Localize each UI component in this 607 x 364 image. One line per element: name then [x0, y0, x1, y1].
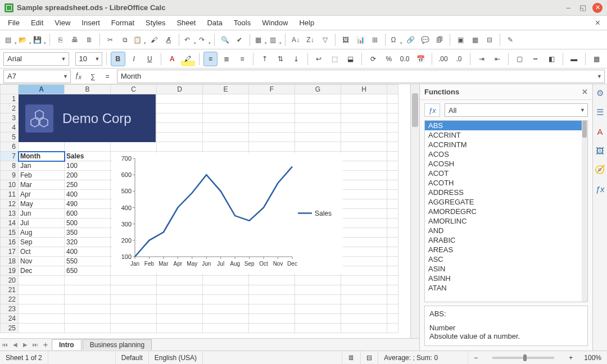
- sales-chart[interactable]: 100200300400500600700JanFebMarAprMayJunJ…: [112, 153, 343, 274]
- underline-button[interactable]: U: [143, 52, 157, 66]
- wrap-text-button[interactable]: ↩: [312, 52, 326, 66]
- vertical-scrollbar[interactable]: [410, 84, 419, 338]
- maximize-button[interactable]: ◱: [578, 3, 588, 13]
- function-item[interactable]: ASIN: [425, 264, 587, 274]
- minimize-button[interactable]: –: [563, 3, 573, 13]
- tab-first-button[interactable]: ⏮: [0, 342, 10, 348]
- print-preview-icon[interactable]: 🗎: [83, 33, 96, 47]
- bold-button[interactable]: B: [111, 52, 125, 66]
- function-item[interactable]: AMORLINC: [425, 216, 587, 226]
- decrease-indent-button[interactable]: ⇤: [490, 52, 504, 66]
- draw-functions-icon[interactable]: ✎: [504, 33, 517, 47]
- increase-indent-button[interactable]: ⇥: [474, 52, 488, 66]
- cell-bg-button[interactable]: ▬: [567, 52, 581, 66]
- function-item[interactable]: AND: [425, 226, 587, 235]
- function-item[interactable]: ACOTH: [425, 178, 587, 188]
- function-list[interactable]: ABSACCRINTACCRINTMACOSACOSHACOTACOTHADDR…: [424, 120, 588, 302]
- menu-data[interactable]: Data: [201, 16, 228, 29]
- pivot-icon[interactable]: ⊞: [368, 33, 382, 47]
- remove-decimal-button[interactable]: .0: [452, 52, 466, 66]
- function-category-select[interactable]: All▼: [445, 103, 588, 117]
- redo-icon[interactable]: ↷: [197, 33, 211, 47]
- navigator-panel-icon[interactable]: 🧭: [595, 164, 606, 175]
- function-item[interactable]: ARABIC: [425, 235, 587, 245]
- function-item[interactable]: AGGREGATE: [425, 197, 587, 207]
- tab-next-button[interactable]: ▶: [20, 342, 30, 348]
- menu-view[interactable]: View: [49, 16, 76, 29]
- function-item[interactable]: ABS: [425, 121, 587, 130]
- unmerge-button[interactable]: ⬓: [343, 52, 357, 66]
- menu-insert[interactable]: Insert: [76, 16, 106, 29]
- spellcheck-icon[interactable]: ✔: [233, 33, 246, 47]
- insert-chart-icon[interactable]: 📊: [354, 33, 367, 47]
- font-color-button[interactable]: A: [165, 52, 179, 66]
- align-bottom-button[interactable]: ⤓: [289, 52, 304, 66]
- function-item[interactable]: ADDRESS: [425, 188, 587, 197]
- add-decimal-button[interactable]: .00: [436, 52, 450, 66]
- define-print-area-icon[interactable]: ▣: [454, 33, 467, 47]
- sum-button[interactable]: ∑: [85, 72, 100, 80]
- zoom-out-button[interactable]: −: [468, 351, 483, 364]
- tab-business-planning[interactable]: Business planning: [83, 339, 152, 350]
- split-window-icon[interactable]: ⊟: [483, 33, 496, 47]
- font-size-combo[interactable]: 10▼: [75, 52, 103, 66]
- special-char-icon[interactable]: Ω: [389, 33, 402, 47]
- date-button[interactable]: 📅: [414, 52, 428, 66]
- equals-button[interactable]: =: [100, 72, 115, 80]
- align-middle-button[interactable]: ⇅: [274, 52, 288, 66]
- spreadsheet-grid[interactable]: ABCDEFGH1234567MonthSales8Jan1009Feb2001…: [0, 84, 419, 338]
- copy-icon[interactable]: ⧉: [118, 33, 132, 47]
- sidebar-settings-icon[interactable]: ⚙: [595, 88, 606, 99]
- function-item[interactable]: AREAS: [425, 245, 587, 254]
- clear-format-icon[interactable]: A̸: [162, 33, 175, 47]
- function-item[interactable]: ACOSH: [425, 159, 587, 169]
- add-sheet-button[interactable]: ＋: [40, 340, 51, 350]
- status-signature-icon[interactable]: 🗏: [342, 351, 361, 364]
- properties-panel-icon[interactable]: ☰: [595, 107, 606, 118]
- status-selection-mode-icon[interactable]: ⊟: [361, 351, 378, 364]
- menu-file[interactable]: File: [2, 16, 25, 29]
- function-item[interactable]: ASC: [425, 254, 587, 264]
- border-color-button[interactable]: ◧: [545, 52, 559, 66]
- borders-button[interactable]: ▢: [513, 52, 527, 66]
- sort-desc-icon[interactable]: Z↓: [304, 33, 317, 47]
- highlight-color-button[interactable]: 🖍: [181, 52, 195, 66]
- autofilter-icon[interactable]: ▽: [318, 33, 332, 47]
- undo-icon[interactable]: ↶: [183, 33, 196, 47]
- font-name-combo[interactable]: Arial▼: [3, 52, 69, 66]
- functions-panel-close[interactable]: ✕: [582, 88, 588, 96]
- conditional-format-button[interactable]: ▦: [590, 52, 604, 66]
- align-left-button[interactable]: ≡: [203, 52, 218, 66]
- status-lang[interactable]: English (USA): [149, 351, 203, 364]
- menu-edit[interactable]: Edit: [25, 16, 49, 29]
- function-item[interactable]: ACOT: [425, 169, 587, 178]
- new-icon[interactable]: ▤: [3, 33, 17, 47]
- export-pdf-icon[interactable]: ⎘: [53, 33, 67, 47]
- align-center-button[interactable]: ≣: [219, 52, 233, 66]
- tab-intro[interactable]: Intro: [52, 339, 81, 350]
- menu-help[interactable]: Help: [293, 16, 320, 29]
- freeze-icon[interactable]: ▦: [468, 33, 482, 47]
- function-item[interactable]: ASINH: [425, 274, 587, 283]
- italic-button[interactable]: I: [127, 52, 141, 66]
- align-right-button[interactable]: ≡: [235, 52, 249, 66]
- zoom-level[interactable]: 100%: [578, 351, 607, 364]
- insert-function-button[interactable]: ƒx: [424, 103, 440, 117]
- menu-format[interactable]: Format: [106, 16, 140, 29]
- functions-panel-icon[interactable]: ƒx: [595, 183, 606, 194]
- status-summary[interactable]: Average: ; Sum: 0: [378, 351, 468, 364]
- insert-image-icon[interactable]: 🖼: [339, 33, 352, 47]
- merge-cells-button[interactable]: ⬚: [328, 52, 342, 66]
- open-icon[interactable]: 📂: [18, 33, 31, 47]
- headers-footers-icon[interactable]: 🗐: [433, 33, 446, 47]
- find-icon[interactable]: 🔍: [218, 33, 232, 47]
- status-sheet[interactable]: Sheet 1 of 2: [0, 351, 48, 364]
- tab-prev-button[interactable]: ◀: [10, 342, 20, 348]
- function-item[interactable]: ACCRINTM: [425, 140, 587, 149]
- menu-tools[interactable]: Tools: [228, 16, 256, 29]
- border-style-button[interactable]: ┅: [528, 52, 542, 66]
- paste-icon[interactable]: 📋: [133, 33, 146, 47]
- save-icon[interactable]: 💾: [33, 33, 46, 47]
- status-style[interactable]: Default: [116, 351, 149, 364]
- gallery-panel-icon[interactable]: 🖼: [595, 145, 606, 156]
